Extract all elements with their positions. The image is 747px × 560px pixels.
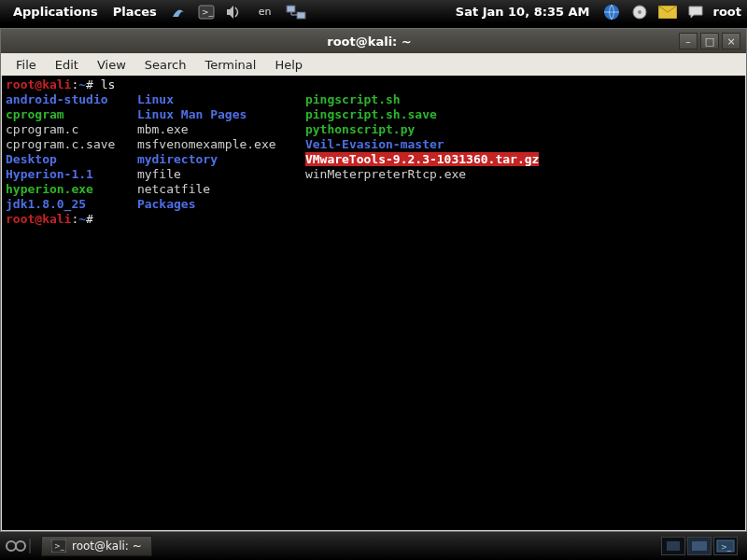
menu-file[interactable]: File bbox=[7, 58, 46, 72]
disc-icon[interactable] bbox=[629, 2, 650, 22]
svg-point-9 bbox=[16, 541, 25, 551]
svg-text:>_: >_ bbox=[202, 7, 214, 17]
menu-edit[interactable]: Edit bbox=[46, 58, 88, 72]
workspace-3[interactable]: >_ bbox=[713, 537, 738, 555]
window-title: root@kali: ~ bbox=[63, 35, 676, 49]
panel-separator-icon bbox=[26, 538, 34, 554]
keyboard-layout-indicator[interactable]: en bbox=[252, 2, 278, 22]
menu-search[interactable]: Search bbox=[135, 58, 196, 72]
svg-text:>_: >_ bbox=[54, 542, 65, 551]
menu-terminal[interactable]: Terminal bbox=[195, 58, 265, 72]
svg-rect-2 bbox=[287, 6, 295, 12]
taskbar-terminal-button[interactable]: >_ root@kali: ~ bbox=[41, 536, 152, 556]
terminal-launcher-icon[interactable]: >_ bbox=[196, 2, 217, 22]
terminal-icon: >_ bbox=[51, 539, 66, 553]
workspace-1[interactable] bbox=[661, 537, 685, 555]
workspace-2[interactable] bbox=[687, 537, 712, 555]
svg-rect-13 bbox=[667, 541, 680, 551]
user-menu[interactable]: root bbox=[710, 5, 742, 19]
show-desktop-icon[interactable] bbox=[6, 539, 26, 553]
window-titlebar[interactable]: root@kali: ~ – □ × bbox=[1, 29, 746, 53]
web-browser-icon[interactable] bbox=[601, 2, 622, 22]
window-maximize-button[interactable]: □ bbox=[700, 33, 719, 49]
svg-point-8 bbox=[7, 541, 16, 551]
svg-rect-14 bbox=[692, 541, 707, 551]
volume-icon[interactable] bbox=[224, 2, 245, 22]
taskbar-terminal-label: root@kali: ~ bbox=[72, 539, 142, 553]
applications-menu[interactable]: Applications bbox=[6, 5, 106, 19]
kali-launcher-icon[interactable] bbox=[168, 2, 189, 22]
places-menu[interactable]: Places bbox=[106, 5, 164, 19]
workspace-switcher: >_ bbox=[661, 537, 738, 555]
clock[interactable]: Sat Jan 10, 8:35 AM bbox=[448, 5, 598, 19]
terminal-window: root@kali: ~ – □ × File Edit View Search… bbox=[0, 28, 747, 532]
menu-view[interactable]: View bbox=[88, 58, 135, 72]
window-close-button[interactable]: × bbox=[722, 33, 740, 49]
network-icon[interactable] bbox=[286, 2, 306, 22]
svg-point-6 bbox=[638, 10, 641, 14]
top-panel: Applications Places >_ en Sat Jan 10, 8:… bbox=[0, 0, 747, 24]
svg-text:>_: >_ bbox=[721, 543, 732, 552]
notification-icon[interactable] bbox=[685, 2, 706, 22]
terminal-output[interactable]: root@kali:~# ls android-studio Linux pin… bbox=[2, 76, 745, 530]
menu-help[interactable]: Help bbox=[265, 58, 312, 72]
bottom-panel: >_ root@kali: ~ >_ bbox=[0, 532, 747, 560]
terminal-menubar: File Edit View Search Terminal Help bbox=[1, 53, 746, 76]
mail-icon[interactable] bbox=[657, 2, 678, 22]
window-minimize-button[interactable]: – bbox=[679, 33, 698, 49]
